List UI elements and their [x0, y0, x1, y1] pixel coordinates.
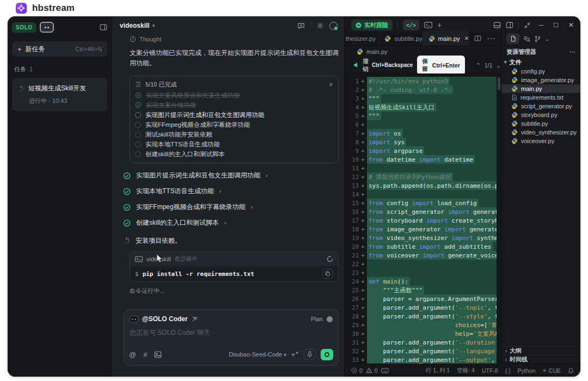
close-button[interactable]: ✕ [568, 21, 574, 29]
code-line: 1+#!/usr/bin/env python3 [345, 77, 501, 85]
file-name: main.py [521, 85, 542, 92]
file-item[interactable]: image_generator.py [501, 76, 580, 84]
code-line: 27+ parser.add_argument('--topic', typ [345, 303, 501, 312]
file-item[interactable]: voiceover.py [501, 137, 580, 145]
task-card[interactable]: 短视频生成Skill开发 进行中 · 10:43 [12, 78, 107, 111]
code-line: 23+ [345, 268, 501, 277]
context-hash-icon[interactable]: # [143, 351, 147, 359]
checklist-item[interactable]: 测试skill功能并安装依赖 [135, 130, 333, 139]
task-sidebar: SOLO + 新任务 Ctrl+Alt+N 任务1 [8, 16, 112, 377]
chevron-right-icon: › [219, 188, 221, 194]
chevron-down-icon[interactable]: ▾ [152, 23, 155, 28]
cursor-position[interactable]: 行 1, 列 1 [426, 367, 450, 374]
panel-bottom-icon[interactable] [493, 21, 501, 29]
braces-indicator[interactable]: { } [505, 367, 511, 374]
file-item[interactable]: subtitle.py [501, 119, 580, 128]
copy-icon[interactable] [322, 269, 333, 279]
prev-change-icon[interactable]: ⌃ [476, 62, 481, 69]
chat-session-title[interactable]: videoskill [120, 22, 150, 29]
code-line: 8+import sys [345, 138, 501, 146]
code-line: 26+ parser = argparse.ArgumentParser(d [345, 294, 501, 303]
code-line: 12+# 添加当前目录到Python路径 [345, 173, 501, 181]
errors-indicator[interactable]: 0 [351, 367, 363, 374]
explorer-files-icon[interactable] [506, 33, 519, 44]
sidebar-panel-toggle-icon[interactable] [100, 23, 107, 31]
search-icon[interactable] [523, 35, 530, 42]
chat-input-card[interactable]: @SOLO Coder Plan 您正在与 SOLO Coder 聊天 @ # … [124, 309, 339, 366]
model-selector[interactable]: Doubao-Seed-Code ▾ [229, 351, 286, 358]
file-item[interactable]: requirements.txt [501, 93, 580, 102]
chevron-right-icon: › [266, 173, 267, 179]
file-item[interactable]: storyboard.py [501, 110, 580, 119]
checklist-item[interactable]: 实现文案风格预设和文案生成功能 [135, 90, 333, 100]
mention-icon[interactable]: @ [129, 351, 136, 359]
file-item[interactable]: main.py [501, 84, 580, 93]
keyboard-icon[interactable] [381, 368, 389, 373]
add-view-icon[interactable]: + [437, 21, 442, 29]
encoding[interactable]: UTF-8 [482, 367, 498, 374]
completed-step-row[interactable]: 创建skill的主入口和测试脚本› [123, 215, 339, 231]
explorer-more-icon[interactable]: ⋯ [569, 48, 575, 56]
checklist-item[interactable]: 实现本地TTS语音生成功能 [135, 139, 333, 149]
file-item[interactable]: config.py [501, 67, 580, 76]
thought-label-row[interactable]: Thought [130, 36, 339, 42]
text-file-icon [511, 94, 517, 101]
file-item[interactable]: video_synthesizer.py [501, 128, 580, 137]
chat-input-placeholder[interactable]: 您正在与 SOLO Coder 聊天 [124, 324, 338, 348]
attach-image-icon[interactable] [154, 351, 162, 358]
more-actions-icon[interactable]: ⋯ [487, 33, 495, 44]
tab-close-icon[interactable]: ✕ [464, 35, 469, 41]
indent-setting[interactable]: 空格: 4 [457, 367, 475, 374]
status-bar: 0 0 行 1, 列 1 空格: 4 UTF-8 { } Python ✳ CU [345, 364, 580, 377]
account-avatar-icon[interactable] [329, 22, 338, 30]
step-label: 实现本地TTS语音生成功能 [136, 187, 214, 196]
checklist-collapse-icon[interactable]: ✕ [329, 82, 333, 88]
editor-tab[interactable]: main.py✕ [423, 31, 469, 46]
warnings-indicator[interactable]: 0 [366, 367, 378, 374]
settings-gear-icon[interactable] [316, 22, 324, 29]
terminal-command-row[interactable]: $ pip install -r requirements.txt [130, 266, 338, 281]
checklist-item[interactable]: 创建skill的主入口和测试脚本 [135, 149, 333, 159]
plan-toggle[interactable] [327, 316, 333, 322]
bell-icon[interactable] [568, 367, 574, 374]
terminal-command: pip install -r requirements.txt [143, 271, 254, 278]
microphone-icon[interactable] [304, 349, 316, 360]
new-task-button[interactable]: + 新任务 Ctrl+Alt+N [12, 41, 107, 57]
next-change-icon[interactable]: ⌄ [496, 62, 501, 69]
record-stop-button[interactable] [321, 349, 333, 360]
editor-tab[interactable]: thesizer.py [345, 31, 379, 46]
file-item[interactable]: script_generator.py [501, 102, 580, 110]
git-branch-icon[interactable] [534, 35, 541, 42]
outline-section[interactable]: › 大纲 [501, 346, 580, 355]
solo-mode-icon[interactable] [40, 22, 54, 33]
completed-step-row[interactable]: 实现本地TTS语音生成功能› [123, 183, 339, 199]
code-view-tab[interactable]: </> [403, 20, 419, 30]
live-follow-badge[interactable]: 实时跟随 [351, 20, 393, 30]
checklist-item-label: 创建skill的主入口和测试脚本 [145, 150, 225, 158]
files-section-header[interactable]: ▾ 文件 [501, 57, 580, 67]
maximize-button[interactable]: ☐ [553, 22, 559, 29]
step-label: 创建skill的主入口和测试脚本 [136, 218, 219, 228]
completed-step-row[interactable]: 实现图片提示词生成和豆包文生图调用功能› [123, 168, 339, 183]
undo-button[interactable]: 撤销Ctrl+Backspace [363, 57, 413, 73]
checklist-item[interactable]: 实现FFmpeg视频合成和字幕烧录功能 [135, 120, 333, 130]
completed-step-row[interactable]: 实现FFmpeg视频合成和字幕烧录功能› [123, 199, 339, 215]
timeline-section[interactable]: › 时间线 [501, 355, 580, 364]
split-editor-icon[interactable] [474, 35, 481, 42]
checklist-item[interactable]: 实现图片提示词生成和豆包文生图调用功能 [135, 110, 333, 120]
cue-indicator[interactable]: ✳ CUE [542, 367, 561, 374]
agent-name[interactable]: @SOLO Coder [142, 315, 188, 323]
chevron-down-icon[interactable]: ⌄ [545, 36, 549, 42]
language-mode[interactable]: Python [518, 367, 536, 374]
code-editor[interactable]: 1+#!/usr/bin/env python32+# -*- coding: … [345, 73, 501, 364]
new-chat-icon[interactable] [297, 22, 305, 29]
minimize-button[interactable]: ─ [539, 21, 544, 29]
enhance-prompt-icon[interactable]: +✦ [291, 351, 299, 359]
collapse-panel-icon[interactable] [524, 22, 531, 29]
editor-tab[interactable]: subtitle.py [379, 31, 422, 46]
keep-button[interactable]: 保留Ctrl+Enter [417, 56, 465, 75]
checklist-item[interactable]: 实现文案分镜功能 [135, 100, 333, 110]
terminal-view-tab[interactable] [424, 22, 432, 28]
panel-right-icon[interactable] [506, 21, 513, 29]
editor-scrollbar[interactable] [497, 73, 501, 364]
